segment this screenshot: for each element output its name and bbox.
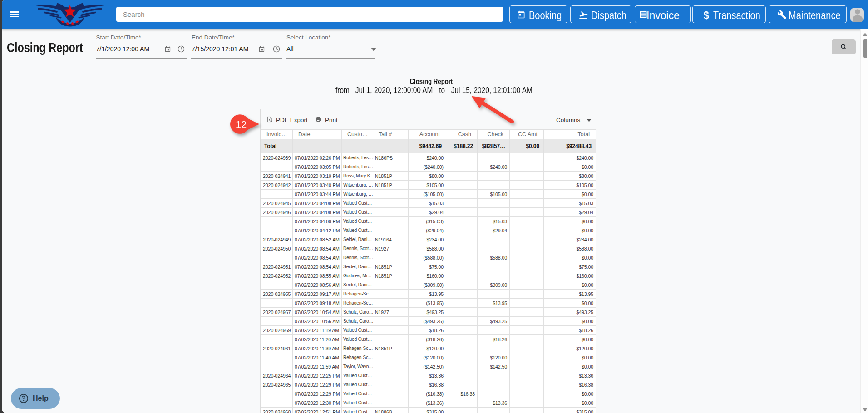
svg-text:12: 12	[236, 119, 247, 130]
